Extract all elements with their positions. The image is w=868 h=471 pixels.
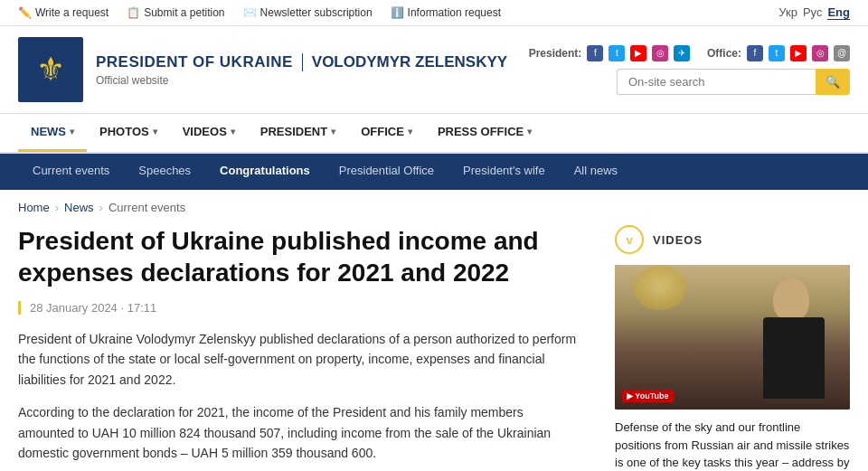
content-area: President of Ukraine published income an… <box>0 225 868 471</box>
facebook-icon[interactable]: f <box>587 45 603 61</box>
breadcrumb-home[interactable]: Home <box>18 201 50 214</box>
breadcrumb-sep-1: › <box>55 201 59 214</box>
subnav-congratulations[interactable]: Congratulations <box>205 154 325 190</box>
office-instagram-icon[interactable]: ◎ <box>812 45 828 61</box>
v-icon: v <box>626 233 632 247</box>
telegram-icon[interactable]: ✈ <box>674 45 690 61</box>
site-name: PRESIDENT OF UKRAINE <box>96 53 293 71</box>
nav-videos[interactable]: VIDEOS ▾ <box>170 114 248 152</box>
logo[interactable]: ⚜ <box>18 37 83 102</box>
pencil-icon: ✏️ <box>18 6 32 19</box>
news-chevron: ▾ <box>70 127 74 137</box>
article-paragraph-1: President of Ukraine Volodymyr Zelenskyy… <box>18 329 579 390</box>
youtube-icon[interactable]: ▶ <box>630 45 646 61</box>
office-social-label: Office: <box>707 47 741 60</box>
video-caption: Defense of the sky and our frontline pos… <box>615 419 850 471</box>
trident-icon: ⚜ <box>36 51 65 89</box>
header-right: President: f t ▶ ◎ ✈ Office: f t ▶ ◎ @ 🔍 <box>529 45 850 95</box>
person-body <box>763 317 825 399</box>
office-youtube-icon[interactable]: ▶ <box>790 45 807 61</box>
info-request-link[interactable]: ℹ️ Information request <box>391 6 501 19</box>
chandelier-decoration <box>633 265 687 310</box>
nav-president[interactable]: PRESIDENT ▾ <box>248 114 348 152</box>
official-text: Official website <box>96 74 507 87</box>
header-left: ⚜ PRESIDENT OF UKRAINE VOLODYMYR ZELENSK… <box>18 37 507 102</box>
video-thumbnail[interactable]: ▶ YouTube <box>615 265 850 410</box>
president-chevron: ▾ <box>331 127 335 137</box>
search-input[interactable] <box>617 69 816 95</box>
videos-section-label: VIDEOS <box>653 233 703 247</box>
envelope-icon: ✉️ <box>243 6 257 19</box>
nav-press-office[interactable]: PRESS OFFICE ▾ <box>425 114 544 152</box>
nav-photos[interactable]: PHOTOS ▾ <box>87 114 170 152</box>
breadcrumb: Home › News › Current events <box>0 190 868 225</box>
lang-rus[interactable]: Рус <box>803 5 823 20</box>
site-header: ⚜ PRESIDENT OF UKRAINE VOLODYMYR ZELENSK… <box>0 26 868 114</box>
article-date: 28 January 2024 · 17:11 <box>18 301 579 315</box>
sub-navigation: Current events Speeches Congratulations … <box>0 154 868 190</box>
office-mail-icon[interactable]: @ <box>834 45 850 61</box>
main-navigation: NEWS ▾ PHOTOS ▾ VIDEOS ▾ PRESIDENT ▾ OFF… <box>0 114 868 154</box>
president-social-label: President: <box>529 47 582 60</box>
youtube-play-button[interactable]: ▶ YouTube <box>622 390 674 402</box>
lang-eng[interactable]: Eng <box>827 5 850 20</box>
nav-office[interactable]: OFFICE ▾ <box>348 114 425 152</box>
sidebar-header: v VIDEOS <box>615 225 850 254</box>
instagram-icon[interactable]: ◎ <box>652 45 668 61</box>
article-body: President of Ukraine Volodymyr Zelenskyy… <box>18 329 579 463</box>
subnav-all-news[interactable]: All news <box>560 154 632 190</box>
info-icon: ℹ️ <box>391 6 404 19</box>
article-paragraph-2: According to the declaration for 2021, t… <box>18 402 579 463</box>
videos-chevron: ▾ <box>231 127 235 137</box>
search-row: 🔍 <box>617 69 850 95</box>
office-facebook-icon[interactable]: f <box>747 45 763 61</box>
search-button[interactable]: 🔍 <box>816 69 850 95</box>
nav-news[interactable]: NEWS ▾ <box>18 114 87 152</box>
subnav-speeches[interactable]: Speeches <box>124 154 205 190</box>
person-head <box>773 278 809 322</box>
utility-bar: ✏️ Write a request 📋 Submit a petition ✉… <box>0 0 868 26</box>
breadcrumb-sep-2: › <box>99 201 103 214</box>
article-column: President of Ukraine published income an… <box>18 225 615 471</box>
press-office-chevron: ▾ <box>527 127 532 137</box>
submit-petition-link[interactable]: 📋 Submit a petition <box>127 6 224 19</box>
office-chevron: ▾ <box>408 127 412 137</box>
utility-links: ✏️ Write a request 📋 Submit a petition ✉… <box>18 6 501 19</box>
breadcrumb-news[interactable]: News <box>64 201 94 214</box>
videos-icon-circle: v <box>615 225 644 254</box>
sidebar: v VIDEOS ▶ YouTube Defense of the sky an… <box>615 225 850 471</box>
subnav-current-events[interactable]: Current events <box>18 154 124 190</box>
president-name: VOLODYMYR ZELENSKYY <box>312 53 507 71</box>
president-social-row: President: f t ▶ ◎ ✈ Office: f t ▶ ◎ @ <box>529 45 850 61</box>
twitter-icon[interactable]: t <box>609 45 625 61</box>
breadcrumb-current: Current events <box>108 201 185 214</box>
photos-chevron: ▾ <box>153 127 157 137</box>
newsletter-link[interactable]: ✉️ Newsletter subscription <box>243 6 373 19</box>
article-title: President of Ukraine published income an… <box>18 225 579 288</box>
lang-ukr[interactable]: Укр <box>778 5 797 20</box>
subnav-presidents-wife[interactable]: President's wife <box>448 154 560 190</box>
language-selector: Укр Рус Eng <box>778 5 850 20</box>
subnav-presidential-office[interactable]: Presidential Office <box>325 154 448 190</box>
header-title: PRESIDENT OF UKRAINE VOLODYMYR ZELENSKYY… <box>96 53 507 87</box>
office-twitter-icon[interactable]: t <box>769 45 785 61</box>
title-divider <box>302 53 303 71</box>
write-request-link[interactable]: ✏️ Write a request <box>18 6 108 19</box>
document-icon: 📋 <box>127 6 140 19</box>
header-title-main: PRESIDENT OF UKRAINE VOLODYMYR ZELENSKYY <box>96 53 507 71</box>
